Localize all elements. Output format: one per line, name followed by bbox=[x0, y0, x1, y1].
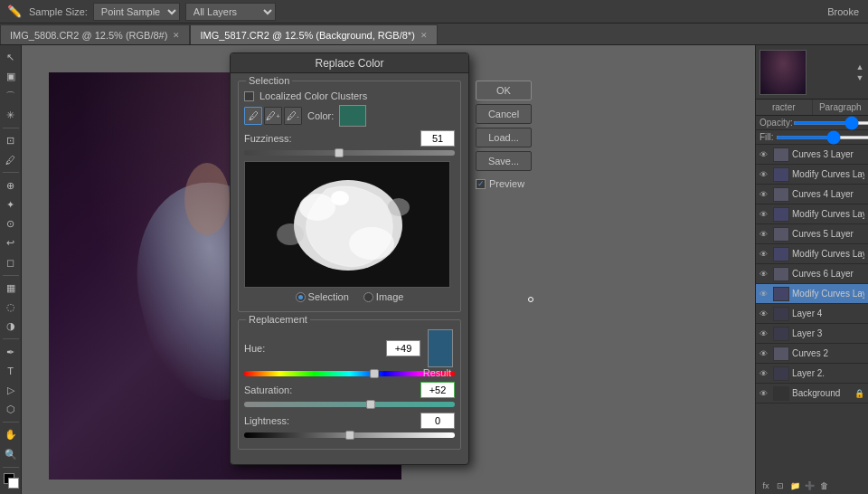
layer-row-8[interactable]: 👁 Layer 4 bbox=[756, 304, 868, 324]
character-tab[interactable]: racter bbox=[756, 100, 813, 115]
layer-eye-9[interactable]: 👁 bbox=[760, 329, 770, 338]
cancel-button[interactable]: Cancel bbox=[476, 104, 532, 124]
layer-eye-4[interactable]: 👁 bbox=[760, 230, 770, 239]
layer-eye-6[interactable]: 👁 bbox=[760, 270, 770, 279]
layer-row-9[interactable]: 👁 Layer 3 bbox=[756, 324, 868, 344]
clone-tool[interactable]: ⊙ bbox=[2, 215, 20, 233]
layer-eye-3[interactable]: 👁 bbox=[760, 210, 770, 219]
layer-row-4[interactable]: 👁 Curves 5 Layer bbox=[756, 224, 868, 244]
radio-image[interactable] bbox=[363, 292, 373, 302]
layer-row-5[interactable]: 👁 Modify Curves Layer bbox=[756, 244, 868, 264]
layer-row-10[interactable]: 👁 Curves 2 bbox=[756, 344, 868, 364]
paragraph-tab[interactable]: Paragraph bbox=[813, 100, 869, 115]
layer-row-1[interactable]: 👁 Modify Curves Layer bbox=[756, 165, 868, 185]
saturation-slider-track[interactable] bbox=[244, 402, 455, 407]
layer-row-12[interactable]: 👁 Background 🔒 bbox=[756, 384, 868, 404]
eyedropper-btn-sub[interactable]: 🖊- bbox=[284, 107, 302, 125]
layer-eye-0[interactable]: 👁 bbox=[760, 150, 770, 159]
layer-eye-1[interactable]: 👁 bbox=[760, 170, 770, 179]
ok-button[interactable]: OK bbox=[476, 81, 532, 100]
result-swatch[interactable] bbox=[428, 329, 453, 367]
layer-eye-5[interactable]: 👁 bbox=[760, 250, 770, 259]
tab-1-close[interactable]: ✕ bbox=[420, 31, 428, 40]
selection-section: Selection Localized Color Clusters 🖊 🖊+ … bbox=[238, 81, 461, 312]
top-toolbar: ✏️ Sample Size: Point Sample All Layers … bbox=[0, 0, 868, 24]
tool-sep-6 bbox=[3, 467, 19, 468]
layer-thumb-8 bbox=[773, 307, 789, 321]
layer-row-11[interactable]: 👁 Layer 2. bbox=[756, 364, 868, 384]
hue-input[interactable]: +49 bbox=[386, 340, 420, 356]
hand-tool[interactable]: ✋ bbox=[2, 426, 20, 443]
layers-select[interactable]: All Layers bbox=[185, 3, 276, 21]
marquee-tool[interactable]: ▣ bbox=[2, 68, 20, 85]
eraser-tool[interactable]: ◻ bbox=[2, 253, 20, 271]
healing-tool[interactable]: ⊕ bbox=[2, 176, 20, 194]
layer-eye-7[interactable]: 👁 bbox=[760, 290, 770, 299]
layer-row-3[interactable]: 👁 Modify Curves Layer bbox=[756, 204, 868, 224]
zoom-tool[interactable]: 🔍 bbox=[2, 446, 20, 463]
move-tool[interactable]: ↖ bbox=[2, 49, 20, 66]
new-group-button[interactable]: 📁 bbox=[788, 480, 801, 492]
history-brush[interactable]: ↩ bbox=[2, 234, 20, 252]
save-button[interactable]: Save... bbox=[476, 151, 532, 171]
path-tool[interactable]: ▷ bbox=[2, 382, 20, 399]
localized-checkbox[interactable] bbox=[244, 91, 254, 101]
layer-row-6[interactable]: 👁 Curves 6 Layer bbox=[756, 264, 868, 284]
saturation-slider-container bbox=[244, 402, 455, 407]
opacity-slider[interactable] bbox=[793, 121, 868, 125]
shape-tool[interactable]: ⬡ bbox=[2, 401, 20, 418]
new-layer-button[interactable]: ➕ bbox=[803, 480, 816, 492]
layer-eye-2[interactable]: 👁 bbox=[760, 190, 770, 199]
background-color[interactable] bbox=[8, 478, 19, 489]
lightness-input[interactable]: 0 bbox=[420, 413, 455, 429]
lightness-slider-track[interactable] bbox=[244, 432, 455, 438]
layer-eye-8[interactable]: 👁 bbox=[760, 309, 770, 318]
fuzziness-slider-track[interactable] bbox=[244, 150, 455, 156]
preview-svg bbox=[245, 162, 450, 288]
eyedropper-btn-add[interactable]: 🖊+ bbox=[264, 107, 282, 125]
delete-layer-button[interactable]: 🗑 bbox=[817, 480, 830, 492]
pen-tool[interactable]: ✒ bbox=[2, 343, 20, 360]
tab-0-close[interactable]: ✕ bbox=[173, 31, 180, 40]
tab-0[interactable]: IMG_5808.CR2 @ 12.5% (RGB/8#) ✕ bbox=[0, 24, 190, 44]
layer-row-0[interactable]: 👁 Curves 3 Layer bbox=[756, 145, 868, 165]
tab-1[interactable]: IMG_5817.CR2 @ 12.5% (Background, RGB/8*… bbox=[190, 24, 437, 44]
fuzziness-input[interactable]: 51 bbox=[420, 130, 455, 147]
crop-tool[interactable]: ⊡ bbox=[2, 132, 20, 149]
layer-row-7[interactable]: 👁 Modify Curves Layer bbox=[756, 284, 868, 304]
panel-arrow-up[interactable]: ▲ bbox=[855, 62, 864, 71]
radio-image-label[interactable]: Image bbox=[363, 291, 404, 302]
mask-button[interactable]: ⊡ bbox=[774, 480, 787, 492]
fuzziness-slider-thumb[interactable] bbox=[335, 148, 344, 157]
color-swatch[interactable] bbox=[339, 105, 366, 127]
load-button[interactable]: Load... bbox=[476, 128, 532, 147]
fill-slider[interactable] bbox=[776, 136, 868, 139]
layer-eye-12[interactable]: 👁 bbox=[760, 389, 770, 398]
fx-button[interactable]: fx bbox=[760, 480, 772, 492]
radio-selection-label[interactable]: Selection bbox=[296, 291, 349, 302]
saturation-input[interactable]: +52 bbox=[420, 382, 455, 398]
magic-wand-tool[interactable]: ✳ bbox=[2, 107, 20, 124]
layer-row-2[interactable]: 👁 Curves 4 Layer bbox=[756, 185, 868, 204]
layer-name-2: Curves 4 Layer bbox=[792, 189, 864, 199]
sample-size-select[interactable]: Point Sample bbox=[93, 3, 180, 21]
preview-checkbox[interactable]: ✓ bbox=[476, 179, 486, 189]
blur-tool[interactable]: ◌ bbox=[2, 299, 20, 316]
lasso-tool[interactable]: ⌒ bbox=[2, 88, 20, 105]
brush-tool[interactable]: ✦ bbox=[2, 196, 20, 214]
saturation-slider-thumb[interactable] bbox=[366, 400, 375, 409]
dialog-titlebar[interactable]: Replace Color bbox=[231, 53, 468, 73]
lightness-label: Lightness: bbox=[244, 415, 306, 426]
dodge-tool[interactable]: ◑ bbox=[2, 318, 20, 335]
radio-selection[interactable] bbox=[296, 292, 306, 302]
panel-arrow-down[interactable]: ▼ bbox=[855, 73, 864, 82]
gradient-tool[interactable]: ▦ bbox=[2, 280, 20, 297]
layer-eye-10[interactable]: 👁 bbox=[760, 349, 770, 358]
lightness-slider-thumb[interactable] bbox=[345, 431, 354, 440]
hue-slider-thumb[interactable] bbox=[370, 369, 379, 378]
replace-color-dialog: Replace Color Selection Localized Color … bbox=[230, 52, 469, 465]
text-tool[interactable]: T bbox=[2, 363, 20, 380]
layer-eye-11[interactable]: 👁 bbox=[760, 369, 770, 378]
eyedropper-btn-main[interactable]: 🖊 bbox=[244, 107, 262, 125]
eyedropper-tool[interactable]: 🖊 bbox=[2, 151, 20, 168]
